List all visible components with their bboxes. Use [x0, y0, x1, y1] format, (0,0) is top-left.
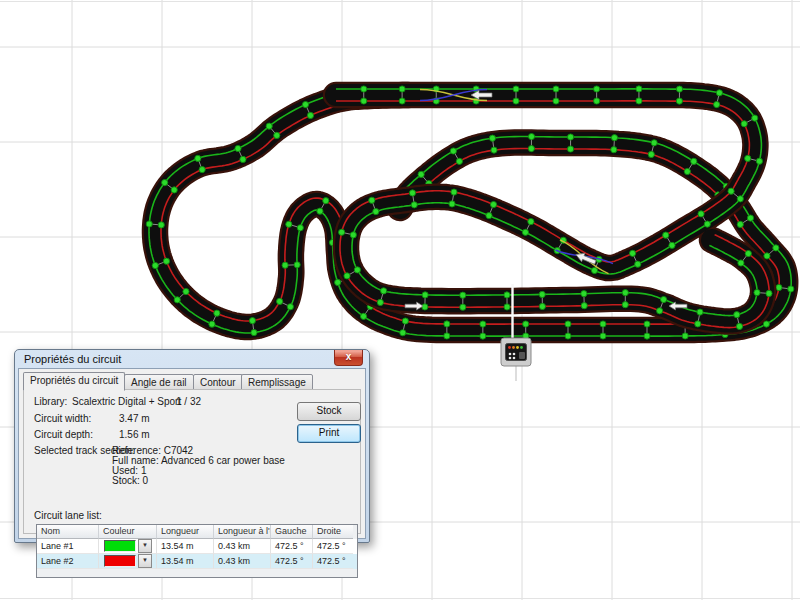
lane-row[interactable]: Lane #1▼13.54 m0.43 km472.5 °472.5 °	[37, 539, 357, 554]
track-designer-window: Propriétés du circuit x Propriétés du ci…	[0, 0, 800, 600]
circuit-width-label: Circuit width:	[34, 413, 91, 424]
lane-cell: Lane #1	[37, 539, 99, 554]
close-icon: x	[346, 351, 352, 362]
lane-color-dropdown[interactable]: ▼	[138, 539, 152, 553]
circuit-properties-dialog: Propriétés du circuit x Propriétés du ci…	[14, 349, 370, 543]
lane-cell: 472.5 °	[271, 554, 313, 569]
lane-row[interactable]: Lane #2▼13.54 m0.43 km472.5 °472.5 °	[37, 554, 357, 569]
lane-cell: Lane #2	[37, 554, 99, 569]
lane-cell: 472.5 °	[271, 539, 313, 554]
section-stock: Stock: 0	[112, 475, 148, 486]
lane-cell: 13.54 m	[157, 554, 214, 569]
lane-cell: 13.54 m	[157, 539, 214, 554]
close-button[interactable]: x	[334, 350, 363, 366]
library-value: Scalextric Digital + Sport	[72, 396, 181, 407]
dialog-client-area: Propriétés du circuit Angle de rail Cont…	[18, 368, 366, 539]
lane-list-label: Circuit lane list:	[34, 510, 102, 521]
lane-color-swatch	[104, 555, 136, 567]
library-count: 1 / 32	[176, 396, 201, 407]
lane-table-header: NomCouleurLongueurLongueur à l'éc...Gauc…	[37, 525, 357, 539]
dialog-title: Propriétés du circuit	[24, 353, 121, 365]
lane-table-body: Lane #1▼13.54 m0.43 km472.5 °472.5 °Lane…	[37, 539, 357, 569]
circuit-lane-table: NomCouleurLongueurLongueur à l'éc...Gauc…	[36, 524, 358, 578]
tab-proprietes-du-circuit[interactable]: Propriétés du circuit	[23, 372, 125, 391]
stock-button[interactable]: Stock	[297, 402, 361, 421]
column-header[interactable]: Couleur	[99, 525, 157, 539]
lane-cell: 0.43 km	[214, 554, 271, 569]
print-button[interactable]: Print	[297, 424, 361, 443]
lane-color-swatch	[104, 540, 136, 552]
direction-arrow	[471, 91, 492, 100]
lane-cell: 472.5 °	[313, 539, 353, 554]
circuit-depth-label: Circuit depth:	[34, 429, 93, 440]
lane-color-cell: ▼	[99, 539, 157, 554]
column-header[interactable]: Nom	[37, 525, 99, 539]
circuit-depth-value: 1.56 m	[119, 429, 150, 440]
circuit-width-value: 3.47 m	[119, 413, 150, 424]
library-label: Library:	[34, 396, 67, 407]
column-header[interactable]: Longueur	[157, 525, 214, 539]
power-base-piece[interactable]	[501, 338, 531, 381]
column-header[interactable]: Longueur à l'éc...	[214, 525, 271, 539]
lane-color-dropdown[interactable]: ▼	[138, 554, 152, 568]
column-header[interactable]: Droite	[313, 525, 353, 539]
direction-arrow	[669, 302, 687, 310]
dialog-titlebar[interactable]: Propriétés du circuit x	[15, 350, 369, 368]
lane-cell: 0.43 km	[214, 539, 271, 554]
direction-arrow	[405, 302, 423, 310]
lane-cell: 472.5 °	[313, 554, 353, 569]
lane-color-cell: ▼	[99, 554, 157, 569]
tab-page: Library: Scalextric Digital + Sport 1 / …	[23, 389, 361, 534]
column-header[interactable]: Gauche	[271, 525, 313, 539]
